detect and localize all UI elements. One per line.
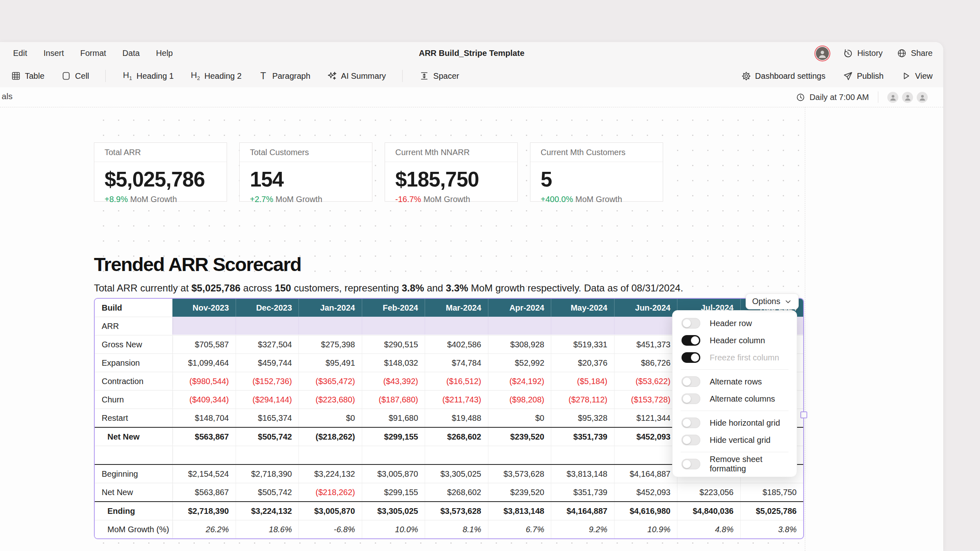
table-cell[interactable]: $91,680 [362,409,425,427]
row-label[interactable]: Gross New [95,335,172,353]
menu-data[interactable]: Data [122,49,140,58]
table-cell[interactable]: ($5,184) [551,372,614,390]
table-cell[interactable]: $451,373 [614,335,677,353]
table-cell[interactable]: 18.6% [236,520,299,538]
table-cell[interactable]: $239,520 [488,428,551,446]
table-cell[interactable]: $402,586 [425,335,488,353]
table-cell[interactable]: $275,398 [298,335,362,353]
table-cell[interactable]: $148,032 [362,353,425,372]
collaborator-avatar[interactable] [917,92,928,103]
table-cell[interactable]: $19,488 [425,409,488,427]
table-cell[interactable]: $3,305,025 [425,465,488,483]
table-cell[interactable]: $20,376 [551,353,614,372]
toolbar-view[interactable]: View [901,71,933,81]
table-cell[interactable]: ($43,392) [362,372,425,390]
toolbar-table[interactable]: Table [11,71,45,81]
table-cell[interactable] [425,317,488,335]
table-cell[interactable] [362,317,425,335]
table-cell[interactable]: $1,099,464 [172,353,236,372]
table-cell[interactable]: $4,164,887 [614,465,677,483]
row-label[interactable]: Contraction [95,372,172,390]
table-cell[interactable]: $705,587 [172,335,236,353]
options-button[interactable]: Options [746,293,799,309]
table-cell[interactable]: $95,328 [551,409,614,427]
table-cell[interactable]: $3,005,870 [362,465,425,483]
table-cell[interactable]: ($187,680) [362,390,425,409]
menu-item-alternate-columns[interactable]: Alternate columns [673,390,797,407]
toggle-remove-sheet-formatting[interactable] [682,459,700,469]
table-cell[interactable] [551,446,614,464]
toolbar-dashboard-settings[interactable]: Dashboard settings [741,71,825,81]
table-cell[interactable]: ($218,262) [298,483,362,501]
table-cell[interactable]: $3,813,148 [488,502,551,520]
table-cell[interactable]: ($211,743) [425,390,488,409]
table-cell[interactable]: $452,093 [614,428,677,446]
toggle-header-row[interactable] [682,318,700,329]
menu-item-remove-sheet-formatting[interactable]: Remove sheet formatting [673,455,797,473]
table-cell[interactable]: $4,616,980 [614,502,677,520]
table-cell[interactable]: $95,491 [298,353,362,372]
table-cell[interactable]: ($153,728) [614,390,677,409]
table-cell[interactable]: $4,840,036 [677,502,740,520]
table-cell[interactable]: $185,750 [740,483,804,501]
schedule-button[interactable]: Daily at 7:00 AM [796,93,869,102]
column-header-jan-2024[interactable]: Jan-2024 [298,299,362,317]
table-cell[interactable]: $268,602 [425,483,488,501]
table-cell[interactable]: $86,726 [614,353,677,372]
table-cell[interactable]: ($98,208) [488,390,551,409]
column-header-apr-2024[interactable]: Apr-2024 [488,299,551,317]
table-cell[interactable]: $308,928 [488,335,551,353]
table-cell[interactable]: $299,155 [362,428,425,446]
toggle-alternate-rows[interactable] [682,376,700,387]
toolbar-paragraph[interactable]: TParagraph [258,71,310,81]
share-button[interactable]: Share [897,48,933,58]
table-cell[interactable]: $327,504 [236,335,299,353]
menu-edit[interactable]: Edit [13,49,27,58]
table-cell[interactable] [551,317,614,335]
table-cell[interactable] [298,317,362,335]
row-label[interactable]: Churn [95,390,172,409]
table-cell[interactable]: $121,344 [614,409,677,427]
table-cell[interactable] [425,446,488,464]
table-cell[interactable]: ($16,512) [425,372,488,390]
table-cell[interactable] [172,446,236,464]
toggle-header-column[interactable] [682,335,700,346]
menu-item-alternate-rows[interactable]: Alternate rows [673,373,797,390]
table-cell[interactable]: ($218,262) [298,428,362,446]
table-cell[interactable]: $148,704 [172,409,236,427]
table-cell[interactable]: ($152,736) [236,372,299,390]
table-cell[interactable] [614,446,677,464]
table-cell[interactable]: $3,573,628 [488,465,551,483]
table-cell[interactable]: ($223,680) [298,390,362,409]
table-cell[interactable]: ($409,344) [172,390,236,409]
collaborator-avatar[interactable] [887,92,898,103]
row-label[interactable]: MoM Growth (%) [95,520,172,538]
table-cell[interactable] [614,317,677,335]
table-cell[interactable]: $165,374 [236,409,299,427]
row-label[interactable]: Beginning [95,465,172,483]
column-header-jun-2024[interactable]: Jun-2024 [614,299,677,317]
table-cell[interactable]: $0 [298,409,362,427]
table-cell[interactable]: $239,520 [488,483,551,501]
menu-item-hide-horizontal-grid[interactable]: Hide horizontal grid [673,414,797,431]
table-cell[interactable]: ($294,144) [236,390,299,409]
column-header-feb-2024[interactable]: Feb-2024 [362,299,425,317]
toolbar-spacer[interactable]: Spacer [419,71,459,81]
table-cell[interactable]: $505,742 [236,483,299,501]
toggle-hide-horizontal-grid[interactable] [682,418,700,428]
table-cell[interactable]: $563,867 [172,428,236,446]
menu-help[interactable]: Help [156,49,173,58]
table-cell[interactable]: 10.0% [362,520,425,538]
row-label[interactable]: Ending [95,502,172,520]
table-cell[interactable]: $351,739 [551,483,614,501]
table-cell[interactable]: 26.2% [172,520,236,538]
table-cell[interactable]: ($24,192) [488,372,551,390]
menu-item-header-row[interactable]: Header row [673,315,797,332]
menu-format[interactable]: Format [80,49,106,58]
toolbar-publish[interactable]: Publish [842,71,884,81]
table-cell[interactable]: 9.2% [551,520,614,538]
table-cell[interactable]: $2,154,524 [172,465,236,483]
table-cell[interactable]: $3,224,132 [236,502,299,520]
row-label[interactable]: Restart [95,409,172,427]
table-cell[interactable]: ($278,112) [551,390,614,409]
